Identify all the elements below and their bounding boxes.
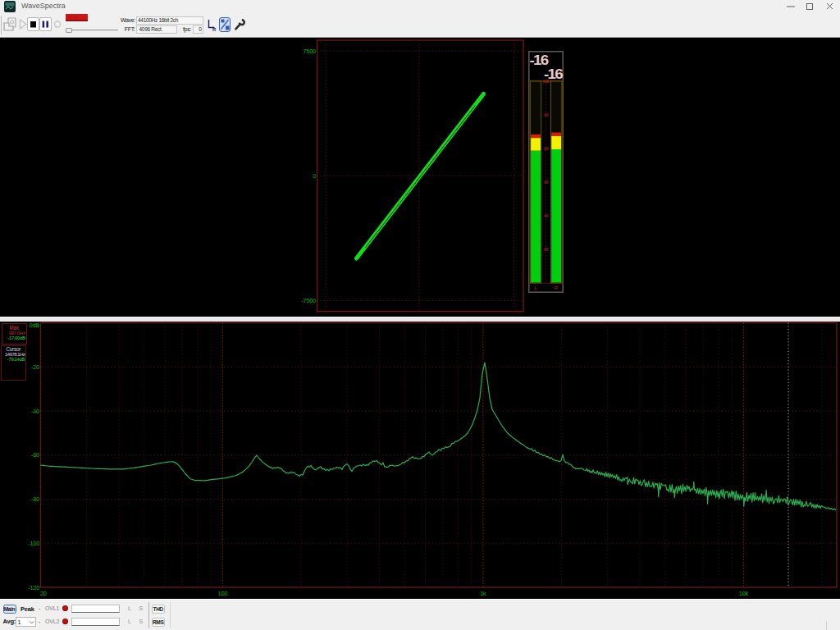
svg-text:7500: 7500: [304, 48, 317, 55]
svg-text:R: R: [554, 285, 558, 290]
svg-text:0dB: 0dB: [30, 322, 40, 329]
svg-text:0: 0: [313, 172, 316, 180]
svg-text:10k: 10k: [739, 590, 749, 597]
svg-text:-16: -16: [529, 52, 548, 67]
svg-text:100: 100: [218, 590, 228, 597]
svg-text:20: 20: [40, 590, 47, 597]
svg-text:1k: 1k: [480, 590, 486, 597]
svg-text:-120: -120: [28, 584, 39, 591]
svg-text:R: R: [212, 27, 217, 32]
svg-text:-40: -40: [31, 408, 39, 415]
svg-text:-100: -100: [28, 540, 39, 547]
svg-text:-20: -20: [31, 363, 39, 371]
svg-text:-7500: -7500: [301, 297, 316, 304]
svg-text:-80: -80: [31, 495, 39, 503]
svg-text:-60: -60: [31, 451, 39, 459]
